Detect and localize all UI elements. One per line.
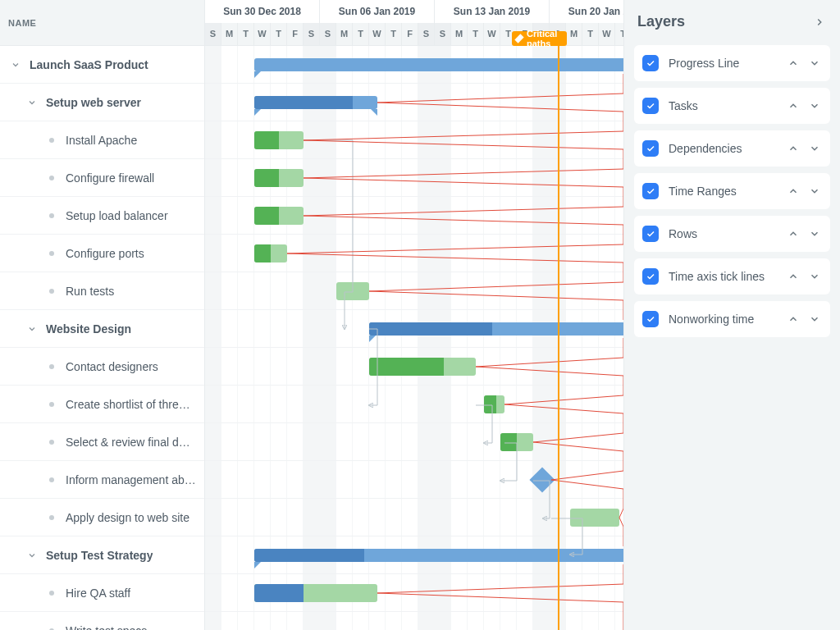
task-name: Launch SaaS Product <box>30 58 148 71</box>
today-marker-text: Critical paths <box>527 29 560 48</box>
gantt-row <box>205 574 623 612</box>
tree-row[interactable]: Contact designers <box>0 348 204 386</box>
summary-bar[interactable] <box>369 322 623 336</box>
chevron-up-icon[interactable] <box>786 226 801 241</box>
chevron-down-icon[interactable] <box>807 98 822 113</box>
layer-item[interactable]: Dependencies <box>634 130 830 167</box>
task-bar[interactable] <box>570 509 619 527</box>
summary-bar[interactable] <box>254 58 623 71</box>
chevron-down-icon[interactable] <box>807 226 822 241</box>
task-name: Contact designers <box>66 360 158 373</box>
day-header: M <box>566 23 582 46</box>
chevron-down-icon[interactable] <box>25 548 39 563</box>
gantt-row <box>205 499 623 536</box>
checkbox-icon[interactable] <box>642 311 659 327</box>
tree-row[interactable]: Create shortlist of three designers <box>0 386 204 423</box>
layer-label: Progress Line <box>669 57 786 70</box>
layer-item[interactable]: Time Ranges <box>634 173 830 209</box>
tree-row[interactable]: Setup web server <box>0 84 204 121</box>
task-bar[interactable] <box>254 244 287 262</box>
chevron-up-icon[interactable] <box>786 312 801 326</box>
chevron-up-icon[interactable] <box>786 98 801 113</box>
task-name: Apply design to web site <box>66 511 189 524</box>
leaf-dot-icon <box>49 213 54 218</box>
leaf-dot-icon <box>49 440 54 445</box>
tree-row[interactable]: Configure firewall <box>0 159 204 197</box>
tree-row[interactable]: Install Apache <box>0 121 204 159</box>
milestone[interactable] <box>529 467 555 492</box>
chevron-up-icon[interactable] <box>786 184 801 199</box>
layer-item[interactable]: Rows <box>634 216 830 252</box>
task-tree-panel: NAME Launch SaaS ProductSetup web server… <box>0 0 205 630</box>
checkbox-icon[interactable] <box>642 55 659 71</box>
layers-panel: Layers Progress LineTasksDependenciesTim… <box>623 0 840 630</box>
tree-header: NAME <box>0 0 204 46</box>
layer-label: Tasks <box>669 99 786 112</box>
layer-item[interactable]: Progress Line <box>634 45 830 81</box>
gantt-timeline[interactable]: Sun 30 Dec 2018Sun 06 Jan 2019Sun 13 Jan… <box>205 0 623 630</box>
task-bar[interactable] <box>254 207 304 225</box>
layer-label: Rows <box>669 227 786 240</box>
summary-bar[interactable] <box>254 96 377 109</box>
task-bar[interactable] <box>254 169 304 187</box>
layer-item[interactable]: Tasks <box>634 88 830 124</box>
gantt-row <box>205 461 623 499</box>
tree-row[interactable]: Configure ports <box>0 235 204 272</box>
chevron-down-icon[interactable] <box>807 312 822 326</box>
chevron-up-icon[interactable] <box>786 56 801 71</box>
today-marker: Critical paths <box>512 31 567 46</box>
checkbox-icon[interactable] <box>642 98 659 114</box>
task-bar[interactable] <box>336 282 369 300</box>
day-header: T <box>468 23 484 46</box>
task-name: Run tests <box>66 285 114 298</box>
day-header: W <box>369 23 386 46</box>
tree-row[interactable]: Setup load balancer <box>0 197 204 235</box>
task-name: Setup web server <box>46 96 141 109</box>
task-bar[interactable] <box>500 433 533 451</box>
chevron-up-icon[interactable] <box>786 141 801 156</box>
day-header: W <box>254 23 271 46</box>
leaf-dot-icon <box>49 138 54 143</box>
tree-row[interactable]: Select & review final design <box>0 423 204 461</box>
chevron-down-icon[interactable] <box>807 141 822 156</box>
chevron-up-icon[interactable] <box>786 269 801 284</box>
day-header: S <box>320 23 336 46</box>
checkbox-icon[interactable] <box>642 183 659 199</box>
gantt-row <box>205 235 623 272</box>
chevron-down-icon[interactable] <box>25 322 39 336</box>
gantt-body[interactable]: Critical paths <box>205 46 623 630</box>
tree-row[interactable]: Run tests <box>0 272 204 310</box>
tree-row[interactable]: Launch SaaS Product <box>0 46 204 84</box>
task-bar[interactable] <box>254 584 377 602</box>
tree-row[interactable]: Write test specs <box>0 612 204 630</box>
leaf-dot-icon <box>49 402 54 407</box>
layer-item[interactable]: Time axis tick lines <box>634 258 830 294</box>
chevron-down-icon[interactable] <box>807 269 822 284</box>
checkbox-icon[interactable] <box>642 268 659 285</box>
chevron-down-icon[interactable] <box>807 56 822 71</box>
layer-item[interactable]: Nonworking time <box>634 301 830 337</box>
tree-row[interactable]: Website Design <box>0 310 204 348</box>
checkbox-icon[interactable] <box>642 140 659 157</box>
tree-row[interactable]: Setup Test Strategy <box>0 536 204 574</box>
task-bar[interactable] <box>369 358 476 376</box>
tree-row[interactable]: Inform management about decision <box>0 461 204 499</box>
tree-row[interactable]: Apply design to web site <box>0 499 204 536</box>
day-header: T <box>353 23 369 46</box>
week-header: Sun 30 Dec 2018 <box>205 0 320 23</box>
gantt-row <box>205 536 623 574</box>
week-header: Sun 13 Jan 2019 <box>435 0 550 23</box>
task-bar[interactable] <box>254 131 304 149</box>
chevron-down-icon[interactable] <box>8 57 23 72</box>
checkbox-icon[interactable] <box>642 226 659 242</box>
chevron-right-icon[interactable] <box>812 15 827 30</box>
day-header: F <box>287 23 304 46</box>
tree-row[interactable]: Hire QA staff <box>0 574 204 612</box>
task-bar[interactable] <box>484 395 504 413</box>
summary-bar[interactable] <box>254 549 623 562</box>
layers-header: Layers <box>634 13 830 30</box>
leaf-dot-icon <box>49 289 54 294</box>
chevron-down-icon[interactable] <box>25 95 39 110</box>
layer-list: Progress LineTasksDependenciesTime Range… <box>634 45 830 337</box>
chevron-down-icon[interactable] <box>807 184 822 199</box>
